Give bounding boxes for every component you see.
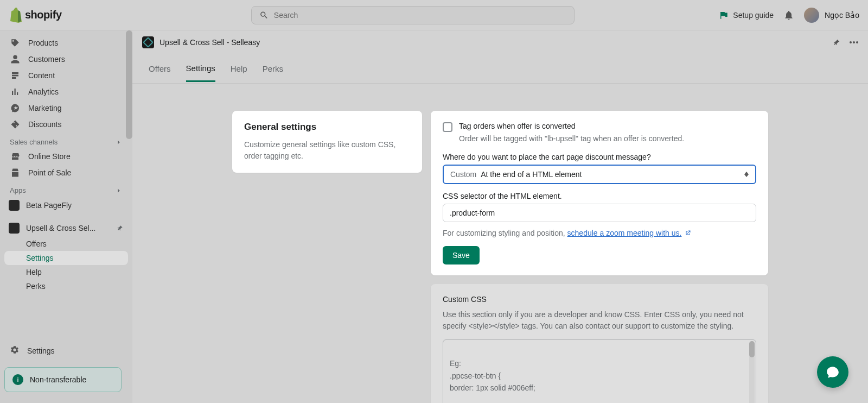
tag-orders-subtext: Order will be tagged with "lb-upsell" ta… [459, 134, 756, 143]
chat-icon [826, 365, 840, 379]
card-description: Customize general settings like custom C… [244, 139, 410, 162]
select-arrows-icon [744, 172, 749, 177]
tag-orders-checkbox[interactable] [443, 122, 452, 132]
help-text: For customizing styling and position, sc… [443, 229, 756, 237]
tag-orders-label: Tag orders when offer is converted [459, 122, 576, 130]
save-button[interactable]: Save [443, 246, 480, 265]
chat-widget-button[interactable] [817, 356, 848, 388]
select-value: At the end of a HTML element [481, 170, 582, 179]
external-link-icon [685, 230, 691, 236]
css-selector-label: CSS selector of the HTML element. [443, 192, 756, 200]
select-prefix: Custom [450, 170, 476, 179]
placement-select[interactable]: Custom At the end of a HTML element [443, 165, 756, 184]
placement-label: Where do you want to place the cart page… [443, 153, 756, 161]
card-title: General settings [244, 122, 410, 133]
settings-form-card: Tag orders when offer is converted Order… [431, 111, 768, 275]
schedule-meeting-link[interactable]: schedule a zoom meeting with us. [567, 229, 682, 237]
general-settings-card: General settings Customize general setti… [232, 111, 422, 173]
css-selector-input[interactable] [443, 204, 756, 222]
